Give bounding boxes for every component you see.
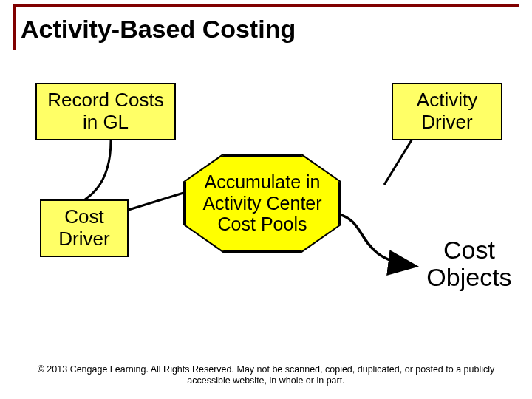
box-cost-driver-label: Cost Driver (49, 206, 120, 250)
title-bar: Activity-Based Costing (13, 4, 519, 50)
box-activity-driver: Activity Driver (392, 83, 502, 140)
label-cost-objects: Cost Objects (406, 236, 532, 292)
box-cost-driver: Cost Driver (40, 200, 129, 257)
page-title: Activity-Based Costing (21, 15, 519, 44)
copyright-footer: © 2013 Cengage Learning. All Rights Rese… (15, 364, 517, 387)
box-record-label: Record Costs in GL (44, 89, 167, 134)
box-record-costs: Record Costs in GL (35, 83, 176, 140)
box-activity-label: Activity Driver (400, 89, 494, 134)
diagram-stage: Record Costs in GL Activity Driver Cost … (0, 66, 532, 355)
octagon-label: Accumulate in Activity Center Cost Pools (186, 171, 338, 235)
cost-objects-text: Cost Objects (426, 236, 511, 291)
box-accumulate-octagon: Accumulate in Activity Center Cost Pools (185, 155, 340, 251)
